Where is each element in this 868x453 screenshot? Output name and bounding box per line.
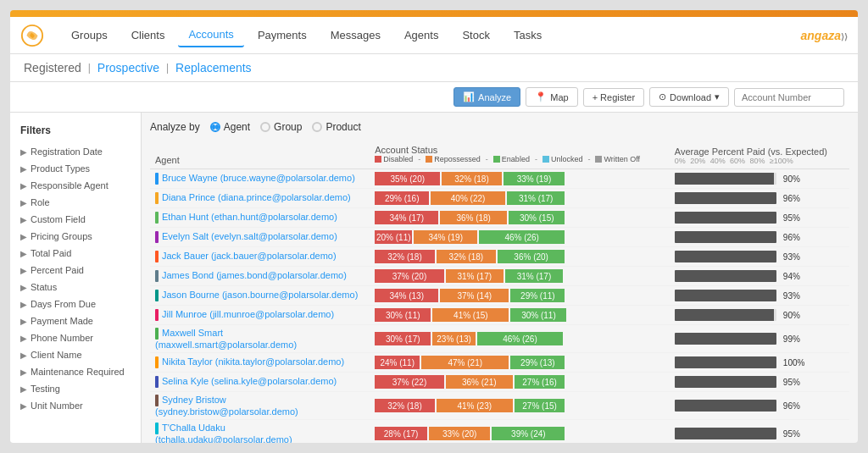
agent-name-link[interactable]: Jason Bourne (jason.bourne@polarsolar.de… [162, 290, 358, 300]
nav-tasks[interactable]: Tasks [504, 24, 552, 47]
filter-item[interactable]: ▶Registration Date [10, 143, 141, 160]
repossessed-seg: 31% (17) [446, 269, 504, 283]
agent-color-bar [155, 356, 159, 368]
legend-unlocked: Unlocked [542, 155, 583, 163]
agent-cell: Nikita Taylor (nikita.taylor@polarsolar.… [150, 353, 370, 373]
table-header-row: Agent Account Status Disabled - [150, 141, 849, 169]
disabled-seg: 20% (11) [375, 230, 412, 244]
legend-repossessed: Repossessed [426, 155, 481, 163]
radio-group[interactable]: Group [260, 121, 302, 133]
register-button[interactable]: + Register [583, 88, 644, 107]
repossessed-seg: 33% (20) [429, 427, 491, 440]
agent-name-link[interactable]: Nikita Taylor (nikita.taylor@polarsolar.… [162, 356, 344, 367]
filter-arrow-icon: ▶ [20, 300, 27, 309]
agent-color-bar [155, 328, 159, 340]
agent-color-bar [155, 251, 159, 262]
avg-progress-fill [675, 428, 776, 439]
agent-name-link[interactable]: Evelyn Salt (evelyn.salt@polarsolar.demo… [162, 231, 337, 241]
nav-accounts[interactable]: Accounts [178, 23, 243, 47]
filter-item[interactable]: ▶Testing [10, 380, 141, 397]
filter-item[interactable]: ▶Role [10, 194, 141, 211]
avg-progress-fill [675, 212, 776, 224]
radio-product[interactable]: Product [312, 121, 360, 133]
download-button[interactable]: ⊙ Download ▾ [649, 87, 729, 107]
avg-progress-fill [675, 231, 776, 243]
subnav-registered[interactable]: Registered [24, 61, 81, 75]
angaza-logo-icon [20, 24, 44, 47]
nav-messages[interactable]: Messages [320, 24, 391, 47]
table-row: Diana Prince (diana.prince@polarsolar.de… [150, 189, 849, 208]
nav-clients[interactable]: Clients [121, 24, 175, 47]
status-cell: 30% (17) 23% (13) 46% (26) [370, 325, 670, 353]
avg-progress-bar [675, 270, 776, 282]
table-row: Jack Bauer (jack.bauer@polarsolar.demo) … [150, 247, 849, 267]
filter-item[interactable]: ▶Days From Due [10, 296, 141, 312]
subnav-replacements[interactable]: Replacements [175, 61, 252, 75]
avg-progress-fill [675, 173, 774, 185]
legend-disabled: Disabled [375, 155, 413, 163]
radio-agent-label: Agent [224, 121, 250, 133]
filter-item[interactable]: ▶Phone Number [10, 329, 141, 346]
filter-item[interactable]: ▶Payment Made [10, 312, 141, 329]
status-bar: 29% (16) 40% (22) 31% (17) [375, 191, 665, 205]
filter-item[interactable]: ▶Responsible Agent [10, 177, 141, 194]
agent-name-link[interactable]: Ethan Hunt (ethan.hunt@polarsolar.demo) [162, 212, 337, 222]
subnav-prospective[interactable]: Prospective [97, 61, 159, 75]
nav-agents[interactable]: Agents [394, 24, 448, 47]
analyze-button[interactable]: 📊 Analyze [453, 87, 520, 107]
radio-agent[interactable]: Agent [210, 121, 250, 133]
avg-pct-label: 96% [783, 233, 800, 242]
agent-name-link[interactable]: Jill Munroe (jill.munroe@polarsolar.demo… [162, 309, 334, 319]
filter-item[interactable]: ▶Custom Field [10, 211, 141, 228]
nav-stock[interactable]: Stock [452, 24, 500, 47]
avg-bar-row: 93% [675, 290, 844, 301]
agent-name-link[interactable]: Bruce Wayne (bruce.wayne@polarsolar.demo… [162, 173, 355, 183]
avg-progress-bar [675, 192, 776, 204]
nav-payments[interactable]: Payments [248, 24, 317, 47]
agent-name-link[interactable]: Jack Bauer (jack.bauer@polarsolar.demo) [162, 251, 337, 261]
agent-color-bar [155, 376, 159, 388]
filter-item[interactable]: ▶Client Name [10, 346, 141, 363]
agent-name-link[interactable]: James Bond (james.bond@polarsolar.demo) [162, 270, 347, 280]
nav-groups[interactable]: Groups [61, 24, 118, 47]
filter-arrow-icon: ▶ [20, 351, 27, 360]
agent-name-link[interactable]: Diana Prince (diana.prince@polarsolar.de… [162, 192, 351, 202]
status-bar: 37% (22) 36% (21) 27% (16) [375, 375, 665, 389]
status-cell: 35% (20) 32% (18) 33% (19) [370, 169, 670, 189]
filter-item[interactable]: ▶Unit Number [10, 397, 141, 414]
filter-item[interactable]: ▶Percent Paid [10, 262, 141, 279]
filter-item[interactable]: ▶Total Paid [10, 245, 141, 262]
avg-bar-row: 90% [675, 173, 844, 185]
filter-item[interactable]: ▶Status [10, 279, 141, 296]
account-number-input[interactable] [734, 88, 844, 107]
avg-cell: 93% [670, 247, 849, 267]
radio-group-label: Group [274, 121, 302, 133]
avg-progress-fill [675, 309, 774, 321]
agent-name-link[interactable]: Maxwell Smart (maxwell.smart@polarsolar.… [155, 328, 297, 350]
th-agent: Agent [150, 141, 370, 169]
agent-color-bar [155, 395, 159, 406]
agent-name-link[interactable]: T'Challa Udaku (tchalla.udaku@polarsolar… [155, 423, 292, 443]
map-icon: 📍 [535, 91, 547, 102]
status-cell: 20% (11) 34% (19) 46% (26) [370, 228, 670, 247]
avg-cell: 96% [670, 392, 849, 420]
status-bar: 30% (17) 23% (13) 46% (26) [375, 332, 665, 345]
table-row: Sydney Bristow (sydney.bristow@polarsola… [150, 392, 849, 420]
avg-progress-bar [675, 290, 776, 301]
agent-color-bar [155, 212, 159, 224]
agent-name-link[interactable]: Selina Kyle (selina.kyle@polarsolar.demo… [162, 376, 337, 386]
repossessed-seg: 47% (21) [421, 356, 509, 369]
map-button[interactable]: 📍 Map [526, 87, 577, 107]
agent-name-link[interactable]: Sydney Bristow (sydney.bristow@polarsola… [155, 395, 298, 417]
avg-bar-row: 95% [675, 212, 844, 224]
filter-item[interactable]: ▶Maintenance Required [10, 363, 141, 380]
filter-item[interactable]: ▶Pricing Groups [10, 228, 141, 245]
status-cell: 29% (16) 40% (22) 31% (17) [370, 189, 670, 208]
avg-progress-fill [675, 251, 776, 262]
enabled-seg: 29% (13) [510, 356, 565, 369]
filter-item[interactable]: ▶Product Types [10, 160, 141, 177]
enabled-seg: 46% (26) [479, 230, 565, 244]
status-cell: 30% (11) 41% (15) 30% (11) [370, 306, 670, 325]
status-cell: 24% (11) 47% (21) 29% (13) [370, 353, 670, 373]
avg-bar-row: 99% [675, 333, 844, 345]
